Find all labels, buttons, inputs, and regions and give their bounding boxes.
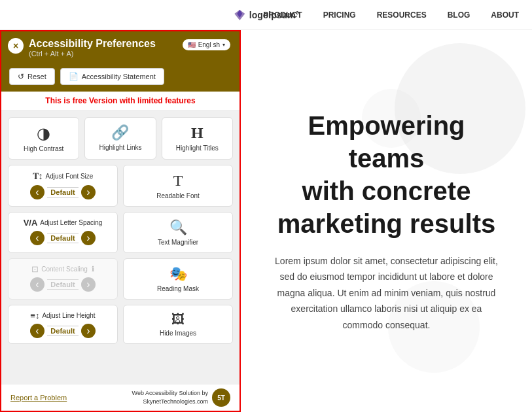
panel-header: × Accessibility Preferences (Ctrl + Alt … [1, 31, 239, 64]
feature-text-magnifier[interactable]: 🔍 Text Magnifier [123, 212, 233, 253]
report-problem-link[interactable]: Report a Problem [10, 394, 67, 402]
hide-images-icon: 🖼 [171, 312, 185, 327]
letter-spacing-top: V/A Adjust Letter Spacing [24, 218, 103, 228]
line-height-increase[interactable]: › [81, 324, 96, 338]
letter-spacing-decrease[interactable]: ‹ [30, 231, 44, 245]
feature-content-scaling[interactable]: ⊡ Content Scaling ℹ ‹ Default › [8, 258, 118, 300]
statement-label: Accessibility Statement [82, 73, 156, 80]
feature-adjust-font-size[interactable]: 𝐓↕ Adjust Font Size ‹ Default › [8, 165, 118, 207]
accessibility-panel: × Accessibility Preferences (Ctrl + Alt … [0, 30, 241, 412]
panel-subtitle: (Ctrl + Alt + A) [29, 50, 156, 58]
line-height-control: ‹ Default › [14, 324, 112, 338]
hide-images-label: Hide Images [160, 330, 196, 337]
nav-link-resources[interactable]: RESOURCES [377, 10, 427, 20]
feature-adjust-letter-spacing[interactable]: V/A Adjust Letter Spacing ‹ Default › [8, 212, 118, 253]
text-magnifier-label: Text Magnifier [158, 239, 198, 246]
highlight-links-icon: 🔗 [111, 124, 129, 141]
language-selector[interactable]: 🇺🇸 Engl sh ▾ [183, 39, 230, 50]
reset-label: Reset [27, 73, 46, 80]
feature-high-contrast[interactable]: ◑ High Contrast [8, 117, 79, 160]
footer-brand-text: Web Accessibility Solution by SkynetTech… [132, 389, 208, 405]
font-size-value: Default [47, 187, 79, 197]
content-scaling-label: Content Scaling [41, 266, 88, 273]
feature-reading-mask[interactable]: 🎭 Reading Mask [123, 258, 233, 300]
readable-font-icon: T [173, 172, 183, 190]
high-contrast-icon: ◑ [37, 124, 50, 143]
panel-close-button[interactable]: × [8, 38, 24, 54]
panel-title-group: Accessibility Preferences (Ctrl + Alt + … [29, 38, 156, 58]
content-scaling-decrease[interactable]: ‹ [30, 277, 44, 292]
nav-links: PRODUCT PRICING RESOURCES BLOG ABOUT [263, 10, 519, 20]
panel-actions: ↺ Reset 📄 Accessibility Statement [1, 64, 239, 92]
reading-mask-icon: 🎭 [169, 266, 187, 283]
line-height-decrease[interactable]: ‹ [30, 324, 44, 338]
readable-font-label: Readable Font [156, 192, 200, 199]
feature-highlight-titles[interactable]: H Highlight Titles [162, 117, 233, 160]
content-scaling-icon: ⊡ [31, 264, 39, 274]
reset-button[interactable]: ↺ Reset [9, 68, 55, 85]
footer-brand: Web Accessibility Solution by SkynetTech… [132, 388, 230, 407]
font-size-icon: 𝐓↕ [33, 171, 43, 182]
font-size-label: Adjust Font Size [46, 173, 94, 180]
reset-icon: ↺ [18, 72, 24, 81]
logo-icon [233, 9, 246, 22]
feature-row-5: ≡↕ Adjust Line Height ‹ Default › 🖼 Hide… [8, 305, 233, 344]
highlight-titles-icon: H [191, 124, 204, 142]
content-scaling-top: ⊡ Content Scaling ℹ [31, 264, 94, 274]
feature-row-2: 𝐓↕ Adjust Font Size ‹ Default › T Readab… [8, 165, 233, 207]
line-height-label: Adjust Line Height [42, 312, 95, 319]
panel-footer: Report a Problem Web Accessibility Solut… [1, 384, 239, 411]
letter-spacing-increase[interactable]: › [81, 231, 96, 245]
nav-link-blog[interactable]: BLOG [448, 10, 470, 20]
letter-spacing-control: ‹ Default › [14, 231, 112, 245]
logo[interactable]: logoipsum° [233, 9, 299, 22]
feature-readable-font[interactable]: T Readable Font [123, 165, 233, 207]
text-magnifier-icon: 🔍 [169, 219, 187, 236]
line-height-top: ≡↕ Adjust Line Height [30, 311, 95, 320]
font-size-top: 𝐓↕ Adjust Font Size [33, 171, 94, 182]
navbar: logoipsum° PRODUCT PRICING RESOURCES BLO… [0, 0, 532, 30]
panel-title: Accessibility Preferences [29, 38, 156, 50]
feature-row-1: ◑ High Contrast 🔗 Highlight Links H High… [8, 117, 233, 160]
letter-spacing-value: Default [47, 233, 79, 243]
logo-text: logoipsum° [249, 10, 299, 20]
free-version-notice: This is free Version with limited featur… [1, 92, 239, 111]
accessibility-statement-button[interactable]: 📄 Accessibility Statement [60, 68, 164, 85]
font-size-control: ‹ Default › [14, 185, 112, 199]
skynet-logo: 5T [212, 388, 230, 407]
info-icon: ℹ [92, 265, 94, 273]
line-height-value: Default [47, 326, 79, 336]
font-size-increase[interactable]: › [81, 185, 96, 199]
chevron-down-icon: ▾ [222, 42, 225, 48]
hero-section: Empowering teamswith concretemarketing r… [241, 30, 532, 412]
hero-title: Empowering teamswith concretemarketing r… [274, 109, 499, 240]
high-contrast-label: High Contrast [24, 145, 63, 152]
highlight-links-label: Highlight Links [99, 144, 141, 151]
line-height-icon: ≡↕ [30, 311, 39, 320]
feature-hide-images[interactable]: 🖼 Hide Images [123, 305, 233, 344]
nav-link-about[interactable]: ABOUT [491, 10, 519, 20]
hero-description: Lorem ipsum dolor sit amet, consectetur … [274, 253, 499, 334]
content-scaling-increase[interactable]: › [81, 277, 96, 292]
feature-highlight-links[interactable]: 🔗 Highlight Links [84, 117, 156, 160]
flag-icon: 🇺🇸 [188, 41, 196, 48]
letter-spacing-label: Adjust Letter Spacing [40, 219, 102, 226]
nav-link-pricing[interactable]: PRICING [323, 10, 356, 20]
statement-icon: 📄 [69, 72, 79, 81]
content-scaling-value: Default [47, 279, 79, 290]
main-layout: × Accessibility Preferences (Ctrl + Alt … [0, 30, 532, 412]
highlight-titles-label: Highlight Titles [176, 145, 219, 152]
feature-row-4: ⊡ Content Scaling ℹ ‹ Default › 🎭 Readin… [8, 258, 233, 300]
reading-mask-label: Reading Mask [157, 285, 199, 292]
letter-spacing-icon: V/A [24, 218, 38, 228]
content-scaling-control: ‹ Default › [14, 277, 112, 292]
language-label: Engl sh [198, 41, 220, 48]
font-size-decrease[interactable]: ‹ [30, 185, 44, 199]
feature-adjust-line-height[interactable]: ≡↕ Adjust Line Height ‹ Default › [8, 305, 118, 344]
panel-body: ◑ High Contrast 🔗 Highlight Links H High… [1, 111, 239, 384]
feature-row-3: V/A Adjust Letter Spacing ‹ Default › 🔍 … [8, 212, 233, 253]
